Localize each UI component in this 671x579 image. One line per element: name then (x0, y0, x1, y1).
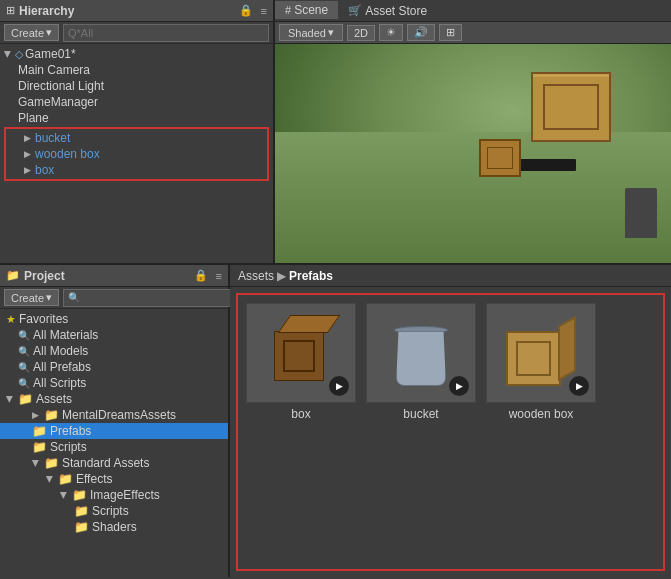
asset-grid: ▶ box ▶ bucket (236, 293, 665, 571)
tree-item-scripts[interactable]: 📁 Scripts (0, 439, 228, 455)
hierarchy-item-wooden-box[interactable]: ▶ wooden box (6, 146, 267, 162)
project-header: 📁 Project 🔒 ≡ (0, 265, 228, 287)
game-object-icon: ◇ (15, 48, 23, 61)
hierarchy-item-main-camera[interactable]: Main Camera (0, 62, 273, 78)
project-search-bar[interactable]: 🔍 (63, 289, 234, 307)
hierarchy-search-input[interactable] (63, 24, 269, 42)
hierarchy-header: ⊞ Hierarchy 🔒 ≡ (0, 0, 273, 22)
expand-icon: ▶ (24, 133, 31, 143)
scene-panel: # Scene 🛒 Asset Store Shaded ▾ 2D ☀ 🔊 ⊞ (275, 0, 671, 263)
search-icon: 🔍 (18, 346, 30, 357)
hierarchy-item-game01[interactable]: ▶ ◇ Game01* (0, 46, 273, 62)
2d-button[interactable]: 2D (347, 25, 375, 41)
box-preview-3d (269, 321, 334, 386)
hierarchy-grid-icon: ⊞ (6, 4, 15, 17)
assets-header[interactable]: ▶ 📁 Assets (0, 391, 228, 407)
folder-icon: 📁 (44, 408, 59, 422)
asset-label-bucket: bucket (403, 407, 438, 421)
tree-item-prefabs[interactable]: 📁 Prefabs (0, 423, 228, 439)
asset-item-wooden-box[interactable]: ▶ wooden box (486, 303, 596, 561)
hierarchy-item-box[interactable]: ▶ box (6, 162, 267, 178)
lighting-button[interactable]: ☀ (379, 24, 403, 41)
hierarchy-panel: ⊞ Hierarchy 🔒 ≡ Create ▾ ▶ ◇ Game01* Mai… (0, 0, 275, 263)
tree-item-effects[interactable]: ▶ 📁 Effects (0, 471, 228, 487)
small-crate (479, 139, 521, 177)
dropdown-arrow-icon: ▾ (46, 26, 52, 39)
folder-icon: 📁 (32, 440, 47, 454)
folder-icon: 📁 (72, 488, 87, 502)
assets-folder-icon: 📁 (18, 392, 33, 406)
wooden-box-side (558, 315, 576, 380)
bucket-silhouette (625, 188, 657, 238)
folder-icon: 📁 (44, 456, 59, 470)
tab-asset-store[interactable]: 🛒 Asset Store (338, 2, 437, 20)
project-tree: ★ Favorites 🔍 All Materials 🔍 All Models… (0, 309, 228, 577)
asset-play-button-box[interactable]: ▶ (329, 376, 349, 396)
expand-icon: ▶ (32, 410, 39, 420)
breadcrumb-current: Prefabs (289, 269, 333, 283)
tree-item-mental-dreams[interactable]: ▶ 📁 MentalDreamsAssets (0, 407, 228, 423)
create-dropdown-icon: ▾ (46, 291, 52, 304)
project-create-button[interactable]: Create ▾ (4, 289, 59, 306)
menu-icon[interactable]: ≡ (261, 5, 267, 17)
dropdown-arrow: ▾ (328, 26, 334, 39)
breadcrumb-root: Assets (238, 269, 274, 283)
scene-tab-icon: # (285, 4, 291, 16)
audio-button[interactable]: 🔊 (407, 24, 435, 41)
project-lock-icon[interactable]: 🔒 (194, 269, 208, 282)
project-section: 📁 Project 🔒 ≡ Create ▾ 🔍 ⊞ ★ ★ Favorites (0, 265, 671, 577)
tab-scene[interactable]: # Scene (275, 1, 338, 21)
shaded-button[interactable]: Shaded ▾ (279, 24, 343, 41)
hierarchy-item-directional-light[interactable]: Directional Light (0, 78, 273, 94)
hierarchy-selected-group: ▶ bucket ▶ wooden box ▶ box (4, 127, 269, 181)
large-crate (531, 72, 611, 142)
asset-play-button-wooden-box[interactable]: ▶ (569, 376, 589, 396)
scene-tabs: # Scene 🛒 Asset Store (275, 0, 671, 22)
project-menu-icon[interactable]: ≡ (216, 270, 222, 282)
folder-icon: 📁 (58, 472, 73, 486)
lock-icon[interactable]: 🔒 (239, 4, 253, 17)
tree-item-image-effects[interactable]: ▶ 📁 ImageEffects (0, 487, 228, 503)
project-search-input[interactable] (83, 289, 229, 307)
tree-item-all-materials[interactable]: 🔍 All Materials (0, 327, 228, 343)
scene-viewport[interactable] (275, 44, 671, 263)
favorites-star-icon: ★ (6, 313, 16, 326)
expand-icon: ▶ (24, 149, 31, 159)
wooden-box-preview-3d (506, 321, 576, 386)
search-icon: 🔍 (18, 362, 30, 373)
search-icon: 🔍 (18, 378, 30, 389)
hierarchy-item-bucket[interactable]: ▶ bucket (6, 130, 267, 146)
asset-preview-bucket: ▶ (366, 303, 476, 403)
tree-item-all-models[interactable]: 🔍 All Models (0, 343, 228, 359)
hierarchy-content: ▶ ◇ Game01* Main Camera Directional Ligh… (0, 44, 273, 263)
box-front-face (274, 331, 324, 381)
crate-highlight (533, 74, 609, 77)
tree-item-standard-assets[interactable]: ▶ 📁 Standard Assets (0, 455, 228, 471)
box-inner-detail (283, 340, 315, 372)
project-toolbar: Create ▾ 🔍 ⊞ ★ (0, 287, 228, 309)
crate-detail (543, 84, 599, 130)
search-icon: 🔍 (18, 330, 30, 341)
hierarchy-item-plane[interactable]: Plane (0, 110, 273, 126)
project-main: Assets ▶ Prefabs ▶ box (230, 265, 671, 577)
wooden-box-front (506, 331, 561, 386)
asset-label-wooden-box: wooden box (509, 407, 574, 421)
hierarchy-create-button[interactable]: Create ▾ (4, 24, 59, 41)
hierarchy-item-game-manager[interactable]: GameManager (0, 94, 273, 110)
hierarchy-toolbar: Create ▾ (0, 22, 273, 44)
store-icon: 🛒 (348, 4, 362, 17)
asset-item-box[interactable]: ▶ box (246, 303, 356, 561)
project-title: Project (24, 269, 65, 283)
asset-item-bucket[interactable]: ▶ bucket (366, 303, 476, 561)
gizmo-button[interactable]: ⊞ (439, 24, 462, 41)
tree-item-all-scripts[interactable]: 🔍 All Scripts (0, 375, 228, 391)
tree-item-scripts-sub[interactable]: 📁 Scripts (0, 503, 228, 519)
tree-item-shaders[interactable]: 📁 Shaders (0, 519, 228, 535)
scene-background (275, 44, 671, 263)
folder-icon: 📁 (74, 504, 89, 518)
expand-icon: ▶ (31, 460, 41, 467)
tree-item-all-prefabs[interactable]: 🔍 All Prefabs (0, 359, 228, 375)
expand-icon: ▶ (45, 476, 55, 483)
favorites-header[interactable]: ★ Favorites (0, 311, 228, 327)
asset-play-button-bucket[interactable]: ▶ (449, 376, 469, 396)
